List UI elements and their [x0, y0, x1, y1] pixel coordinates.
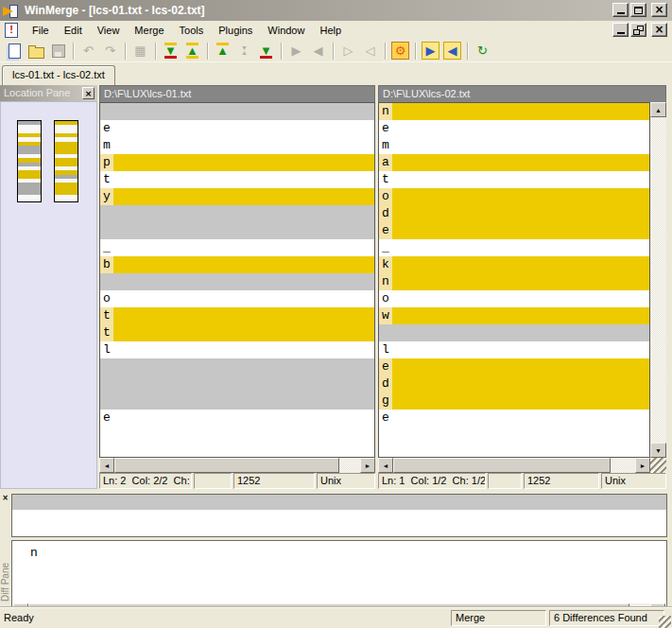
editor-line[interactable]: p — [100, 154, 374, 171]
left-editor[interactable]: empty_bottle — [99, 102, 375, 458]
editor-line[interactable]: o — [100, 290, 374, 307]
scrollbar-thumb[interactable] — [114, 458, 339, 473]
editor-line[interactable] — [100, 273, 374, 290]
location-map-left-column[interactable] — [17, 120, 42, 202]
refresh-button[interactable]: ↻ — [472, 41, 493, 61]
scrollbar-track[interactable] — [650, 117, 666, 443]
right-editor[interactable]: nematode_knowledge — [378, 102, 650, 458]
location-pane-close-button[interactable]: × — [82, 87, 95, 99]
editor-line[interactable] — [100, 103, 374, 120]
editor-line[interactable]: e — [100, 410, 374, 427]
menu-edit[interactable]: Edit — [57, 23, 90, 38]
toolbar-separator — [333, 43, 334, 60]
mdi-close-button[interactable]: × — [651, 23, 667, 37]
menu-help[interactable]: Help — [312, 23, 349, 38]
left-file-pane: D:\F\LUX\lcs-01.txt empty_bottle ◄ ► Ln:… — [99, 85, 375, 489]
menu-file[interactable]: File — [25, 23, 57, 38]
document-system-menu-icon[interactable]: ! — [5, 23, 18, 38]
previous-difference-button[interactable]: ▲ — [181, 41, 203, 61]
first-difference-button[interactable]: ▲ — [212, 41, 233, 61]
editor-line[interactable]: t — [100, 324, 374, 341]
editor-line[interactable]: e — [100, 120, 374, 137]
editor-line[interactable] — [100, 222, 374, 239]
editor-line[interactable]: d — [379, 205, 649, 222]
options-button[interactable]: ⚙ — [389, 41, 411, 61]
new-file-button[interactable] — [4, 41, 26, 61]
scroll-left-button[interactable]: ◄ — [378, 458, 393, 473]
editor-line[interactable]: n — [379, 103, 649, 120]
editor-line[interactable]: t — [100, 307, 374, 324]
menu-merge[interactable]: Merge — [127, 23, 171, 38]
left-horizontal-scrollbar[interactable]: ◄ ► — [99, 458, 375, 473]
window-title: WinMerge - [lcs-01.txt - lcs-02.txt] — [25, 4, 205, 17]
scrollbar-track[interactable] — [611, 458, 635, 473]
mdi-restore-button[interactable] — [630, 23, 646, 37]
copy-right-button[interactable]: ▶ — [420, 41, 441, 61]
mdi-minimize-button[interactable] — [612, 23, 629, 37]
editor-line[interactable]: l — [379, 341, 649, 358]
editor-line[interactable]: d — [379, 375, 649, 392]
scroll-left-button[interactable]: ◄ — [99, 458, 114, 473]
right-vertical-scrollbar[interactable]: ▲ ▼ — [650, 102, 666, 458]
editor-line[interactable] — [379, 324, 649, 341]
editor-line[interactable]: m — [379, 137, 649, 154]
right-horizontal-scrollbar[interactable]: ◄ ► — [378, 458, 650, 473]
editor-line[interactable] — [100, 375, 374, 392]
editor-line[interactable]: o — [379, 290, 649, 307]
location-map-right-column[interactable] — [54, 120, 78, 202]
scrollbar-track[interactable] — [339, 458, 360, 473]
editor-line[interactable]: e — [379, 410, 649, 427]
editor-line[interactable]: l — [100, 341, 374, 358]
line-text: l — [379, 341, 392, 358]
editor-line[interactable]: _ — [100, 239, 374, 256]
editor-line[interactable]: e — [379, 358, 649, 375]
line-text: m — [100, 137, 113, 154]
editor-line[interactable]: m — [100, 137, 374, 154]
menu-plugins[interactable]: Plugins — [211, 23, 260, 38]
editor-line[interactable] — [100, 205, 374, 222]
maximize-button[interactable] — [630, 3, 646, 17]
editor-line[interactable]: g — [379, 392, 649, 410]
diff-pane-left-content[interactable] — [11, 494, 667, 537]
right-pane-header[interactable]: D:\F\LUX\lcs-02.txt — [378, 85, 666, 102]
pane-resize-grip[interactable] — [650, 458, 666, 473]
editor-line[interactable]: w — [379, 307, 649, 324]
location-pane-titlebar[interactable]: Location Pane × — [0, 85, 97, 101]
editor-line[interactable]: b — [100, 256, 374, 273]
line-text: n — [379, 273, 392, 290]
editor-line[interactable]: n — [379, 273, 649, 290]
location-pane-map[interactable] — [0, 101, 97, 489]
document-tab[interactable]: lcs-01.txt - lcs-02.txt — [2, 65, 115, 85]
close-button[interactable]: × — [651, 3, 667, 17]
scroll-down-button[interactable]: ▼ — [650, 443, 666, 458]
open-button[interactable] — [26, 41, 47, 61]
menu-window[interactable]: Window — [260, 23, 312, 38]
scroll-right-button[interactable]: ► — [360, 458, 375, 473]
menu-view[interactable]: View — [90, 23, 128, 38]
editor-line[interactable]: e — [379, 222, 649, 239]
next-difference-button[interactable]: ▼ — [160, 41, 181, 61]
resize-grip[interactable] — [659, 616, 671, 628]
scroll-up-button[interactable]: ▲ — [650, 102, 666, 117]
editor-line[interactable]: k — [379, 256, 649, 273]
undo-icon: ↶ — [83, 44, 94, 58]
titlebar[interactable]: WinMerge - [lcs-01.txt - lcs-02.txt] × — [0, 0, 672, 21]
copy-left-button[interactable]: ◀ — [441, 41, 463, 61]
editor-line[interactable]: t — [100, 171, 374, 188]
editor-line[interactable]: y — [100, 188, 374, 205]
scroll-right-button[interactable]: ► — [635, 458, 650, 473]
left-pane-header[interactable]: D:\F\LUX\lcs-01.txt — [99, 85, 375, 102]
minimize-button[interactable] — [612, 3, 629, 17]
editor-line[interactable] — [100, 358, 374, 375]
editor-line[interactable]: t — [379, 171, 649, 188]
diff-pane-close-button[interactable]: × — [0, 493, 10, 503]
editor-line[interactable]: o — [379, 188, 649, 205]
editor-line[interactable]: e — [379, 120, 649, 137]
editor-line[interactable] — [100, 392, 374, 410]
scrollbar-thumb[interactable] — [393, 458, 611, 473]
location-pane: Location Pane × — [0, 85, 97, 489]
last-difference-button[interactable]: ▼ — [255, 41, 277, 61]
menu-tools[interactable]: Tools — [172, 23, 212, 38]
editor-line[interactable]: _ — [379, 239, 649, 256]
editor-line[interactable]: a — [379, 154, 649, 171]
